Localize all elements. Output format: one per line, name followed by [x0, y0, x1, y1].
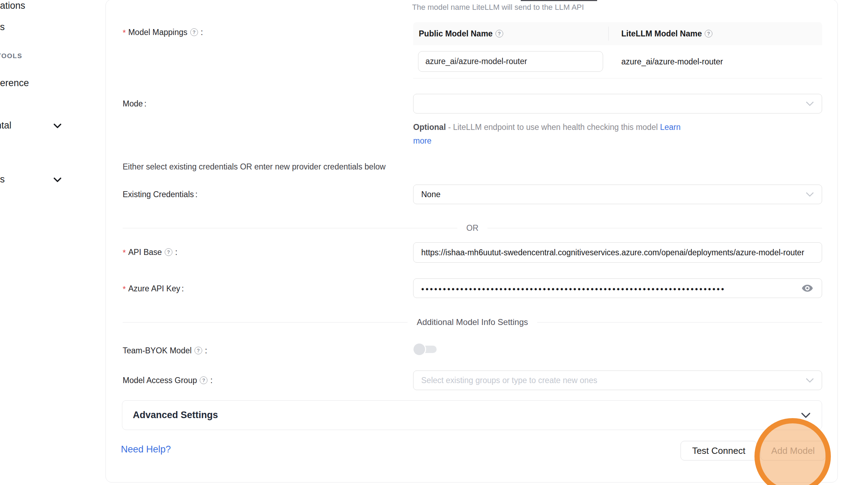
- required-asterisk: *: [123, 247, 126, 258]
- chevron-down-icon[interactable]: [54, 177, 61, 183]
- sidebar-item-fragment[interactable]: s: [0, 21, 5, 33]
- chevron-down-icon: [806, 101, 814, 106]
- mode-help-text: Optional - LiteLLM endpoint to use when …: [413, 122, 681, 133]
- help-icon[interactable]: ?: [200, 376, 207, 384]
- help-icon[interactable]: ?: [190, 28, 198, 36]
- team-byok-toggle[interactable]: [414, 344, 437, 355]
- help-icon[interactable]: ?: [495, 30, 503, 37]
- chevron-down-icon: [801, 413, 811, 418]
- mode-help-text-line2: more: [413, 135, 431, 146]
- add-model-button[interactable]: Add Model: [760, 441, 826, 460]
- learn-more-link[interactable]: Learn: [660, 123, 681, 132]
- azure-api-key-input[interactable]: ••••••••••••••••••••••••••••••••••••••••…: [413, 278, 822, 298]
- sidebar-item-fragment[interactable]: erence: [0, 77, 29, 89]
- required-asterisk: *: [123, 27, 126, 39]
- sidebar-item-fragment[interactable]: ental: [0, 120, 12, 131]
- sidebar-item-fragment[interactable]: s: [0, 174, 5, 185]
- model-access-group-select[interactable]: Select existing groups or type to create…: [413, 370, 822, 390]
- table-header: Public Model Name ? LiteLLM Model Name ?: [413, 22, 822, 45]
- litellm-model-name-value: azure_ai/azure-model-router: [621, 57, 723, 67]
- chevron-down-icon: [806, 378, 814, 383]
- team-byok-label: Team-BYOK Model ? :: [123, 345, 207, 356]
- masked-password-value: ••••••••••••••••••••••••••••••••••••••••…: [414, 284, 725, 294]
- model-mappings-label: * Model Mappings ? :: [123, 27, 203, 38]
- need-help-link[interactable]: Need Help?: [121, 443, 171, 455]
- chevron-down-icon[interactable]: [54, 123, 61, 130]
- public-model-name-input[interactable]: azure_ai/azure-model-router: [418, 51, 603, 72]
- sidebar-item-fragment[interactable]: ations: [0, 0, 25, 11]
- help-icon[interactable]: ?: [165, 248, 172, 256]
- help-icon[interactable]: ?: [194, 347, 202, 354]
- clipped-row-above: [521, 0, 597, 1]
- table-row-border: [413, 78, 822, 78]
- required-asterisk: *: [123, 284, 126, 295]
- sidebar-section-header: TOOLS: [0, 52, 22, 60]
- additional-settings-divider: Additional Model Info Settings: [123, 317, 822, 327]
- public-model-name-header: Public Model Name ?: [413, 29, 608, 39]
- existing-credentials-select[interactable]: None: [413, 185, 822, 204]
- mode-select[interactable]: [413, 94, 822, 113]
- model-access-group-label: Model Access Group ? :: [123, 375, 213, 386]
- learn-more-link[interactable]: more: [413, 136, 431, 145]
- sidebar: ations s TOOLS erence ental s: [0, 0, 105, 485]
- credentials-note: Either select existing credentials OR en…: [123, 161, 385, 172]
- column-divider: [608, 27, 609, 41]
- model-mappings-table: Public Model Name ? LiteLLM Model Name ?…: [413, 22, 822, 78]
- existing-credentials-label: Existing Credentials :: [123, 189, 198, 200]
- api-base-label: * API Base ? :: [123, 247, 177, 258]
- model-name-helper-text: The model name LiteLLM will send to the …: [412, 2, 584, 13]
- chevron-down-icon: [806, 192, 814, 197]
- help-icon[interactable]: ?: [705, 30, 712, 37]
- toggle-knob: [414, 344, 425, 355]
- mode-label: Mode :: [123, 98, 146, 109]
- or-divider: OR: [123, 223, 822, 233]
- test-connect-button[interactable]: Test Connect: [681, 441, 757, 460]
- advanced-settings-panel[interactable]: Advanced Settings: [122, 400, 822, 430]
- eye-icon[interactable]: [801, 282, 813, 294]
- azure-api-key-label: * Azure API Key :: [123, 283, 184, 294]
- api-base-input[interactable]: https://ishaa-mh6uutut-swedencentral.cog…: [413, 242, 822, 263]
- litellm-model-name-header: LiteLLM Model Name ?: [608, 29, 714, 39]
- advanced-settings-title: Advanced Settings: [133, 410, 218, 421]
